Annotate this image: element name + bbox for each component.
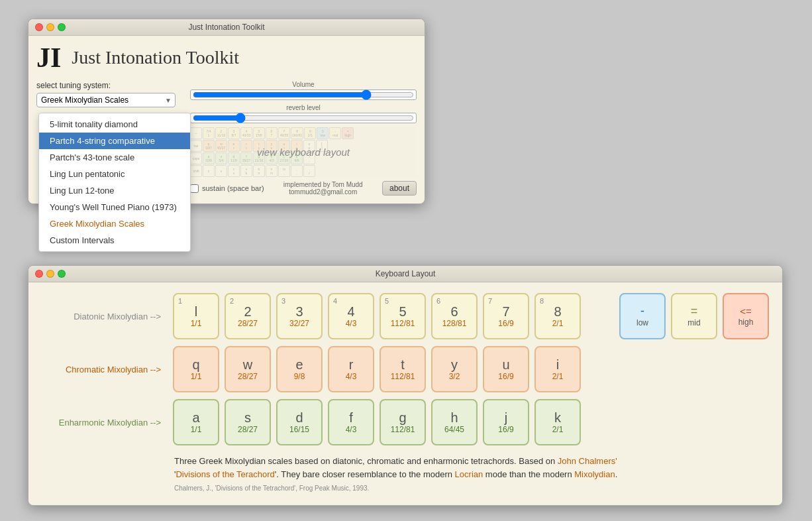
view-keyboard-overlay[interactable]: view keyboard layout [190,127,417,177]
key-num-3: 3 [281,297,285,305]
volume-slider-wrapper [190,89,417,100]
main-titlebar: Just Intonation Toolkit [28,19,425,36]
chromatic-label: Chromatic Mixolydian --> [42,365,168,375]
key-ratio-i: 2/1 [552,373,564,380]
key-letter-t: t [401,358,405,371]
enharmonic-key-h[interactable]: h 64/45 [431,399,478,445]
mid-key[interactable]: = mid [671,293,717,339]
tuning-select[interactable]: Greek Mixolydian Scales 5-limit tonality… [36,93,176,107]
keyboard-maximize-button[interactable] [58,270,66,278]
key-ratio-3: 32/27 [289,319,309,327]
sustain-wrapper: sustain (space bar) [190,184,264,193]
key-num-8: 8 [540,297,544,305]
diatonic-key-1[interactable]: 1 l 1/1 [173,293,219,339]
diatonic-key-3[interactable]: 3 3 32/27 [276,293,323,339]
chromatic-key-y[interactable]: y 3/2 [431,346,478,392]
reverb-slider[interactable] [193,115,414,121]
about-button[interactable]: about [382,181,417,196]
low-key[interactable]: - low [619,293,666,339]
dropdown-item-5limit[interactable]: 5-limit tonality diamond [39,116,190,133]
key-ratio-t: 112/81 [391,373,415,380]
special-keys: - low = mid <= high [606,293,769,339]
traffic-lights [35,23,66,31]
keyboard-layout-grid: Diatonic Mixolydian --> 1 l 1/1 2 2 28/2… [42,293,769,445]
chromatic-key-e[interactable]: e 9/8 [276,346,323,392]
enharmonic-label: Enharmonic Mixolydian --> [42,418,168,428]
mid-key-symbol: = [691,305,698,317]
keyboard-minimize-button[interactable] [46,270,54,278]
dropdown-item-greek[interactable]: Greek Mixolydian Scales [39,215,190,232]
key-ratio-h: 64/45 [444,426,464,434]
enharmonic-key-s[interactable]: s 28/27 [225,399,271,445]
mini-keyboard-container[interactable]: ~ 7/41 211/10 38/7 440/33 515/8 67 740/3… [190,127,417,177]
key-letter-j: j [505,411,507,424]
key-num-6: 6 [436,297,440,305]
key-num-5: 5 [385,297,389,305]
volume-slider[interactable] [193,91,414,98]
key-letter-e: e [295,358,303,371]
diatonic-key-7[interactable]: 7 7 16/9 [483,293,529,339]
enharmonic-key-a[interactable]: a 1/1 [173,399,219,445]
dropdown-item-custom[interactable]: Custom Intervals [39,232,190,249]
key-ratio-g: 112/81 [391,426,415,434]
key-ratio-w: 28/27 [238,373,258,380]
key-letter-w: w [243,358,252,371]
key-ratio-1: 1/1 [191,319,202,327]
app-logo: JI [36,44,61,72]
key-letter-u: u [502,358,509,371]
key-letter-i: i [556,358,559,371]
diatonic-key-2[interactable]: 2 2 28/27 [225,293,271,339]
key-letter-r: r [349,358,354,371]
maximize-button[interactable] [58,23,66,31]
chromatic-key-i[interactable]: i 2/1 [534,346,581,392]
key-ratio-f: 4/3 [346,426,357,434]
diatonic-key-4[interactable]: 4 4 4/3 [328,293,374,339]
enharmonic-key-g[interactable]: g 112/81 [380,399,426,445]
chromatic-key-r[interactable]: r 4/3 [328,346,374,392]
reverb-label: reverb level [190,104,417,111]
enharmonic-key-f[interactable]: f 4/3 [328,399,374,445]
key-ratio-a: 1/1 [191,426,202,434]
high-key[interactable]: <= high [723,293,769,339]
dropdown-item-partch43[interactable]: Partch's 43-tone scale [39,149,190,166]
key-ratio-4: 4/3 [346,319,357,327]
dropdown-item-partch4[interactable]: Partch 4-string comparative [39,133,190,149]
app-header: JI Just Intonation Toolkit [36,44,417,72]
diatonic-key-6[interactable]: 6 6 128/81 [431,293,478,339]
close-button[interactable] [35,23,43,31]
dropdown-item-young[interactable]: Young's Well Tuned Piano (1973) [39,199,190,215]
enharmonic-key-j[interactable]: j 16/9 [483,399,529,445]
key-letter-l: l [195,305,197,318]
diatonic-row: Diatonic Mixolydian --> 1 l 1/1 2 2 28/2… [42,293,769,339]
enharmonic-key-d[interactable]: d 16/15 [276,399,323,445]
chromatic-key-w[interactable]: w 28/27 [225,346,271,392]
chromatic-key-q[interactable]: q 1/1 [173,346,219,392]
credit-text: implemented by Tom Mudd tommudd2@gmail.c… [283,181,363,196]
keyboard-citation: Chalmers, J., 'Divisions of the Tetracho… [42,485,769,492]
key-letter-s: s [244,411,251,424]
chromatic-key-u[interactable]: u 16/9 [483,346,529,392]
key-letter-5: 5 [399,305,406,318]
key-num-2: 2 [230,297,234,305]
key-num-1: 1 [178,297,182,305]
key-ratio-d: 16/15 [289,426,309,434]
minimize-button[interactable] [46,23,54,31]
chromatic-key-t[interactable]: t 112/81 [380,346,426,392]
keyboard-close-button[interactable] [35,270,43,278]
keyboard-window-body: Diatonic Mixolydian --> 1 l 1/1 2 2 28/2… [28,282,782,505]
keyboard-titlebar: Keyboard Layout [28,266,782,282]
enharmonic-key-k[interactable]: k 2/1 [534,399,581,445]
key-letter-y: y [451,358,458,371]
key-letter-q: q [192,358,199,371]
key-letter-d: d [295,411,303,424]
diatonic-key-8[interactable]: 8 8 2/1 [534,293,581,339]
sustain-checkbox[interactable] [190,184,199,193]
diatonic-key-5[interactable]: 5 5 112/81 [380,293,426,339]
key-ratio-8: 2/1 [552,319,564,327]
dropdown-item-linglun-12[interactable]: Ling Lun 12-tone [39,182,190,199]
window-title: Just Intonation Toolkit [188,23,264,32]
reverb-slider-wrapper [190,113,417,123]
low-key-symbol: - [640,305,644,317]
dropdown-item-linglun-penta[interactable]: Ling Lun pentatonic [39,166,190,182]
left-controls: select tuning system: Greek Mixolydian S… [36,81,182,107]
